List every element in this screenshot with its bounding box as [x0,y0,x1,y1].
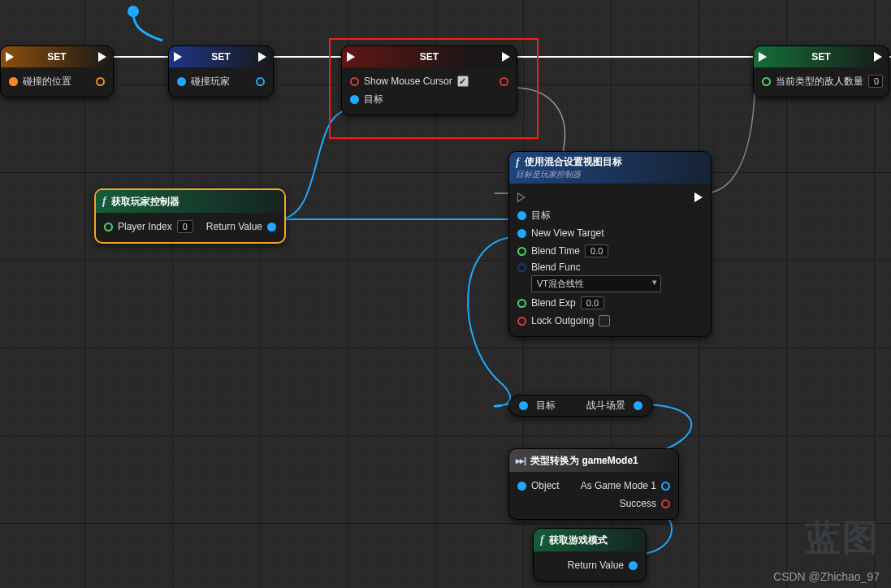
node-title: SET [754,46,889,67]
node-set-view-target-with-blend[interactable]: f 使用混合设置视图目标 目标是玩家控制器 目标 New View Target… [508,151,712,337]
node-get-player-controller[interactable]: f 获取玩家控制器 Player Index 0 Return Value [94,188,286,244]
pin-out-success[interactable] [661,499,670,508]
node-title: f 使用混合设置视图目标 目标是玩家控制器 [509,152,711,184]
node-title: f 获取玩家控制器 [96,190,284,213]
pin-in-player-index[interactable] [104,223,113,231]
node-cast-to-gamemode1[interactable]: ▸▸| 类型转换为 gameMode1 Object As Game Mode … [508,448,679,520]
pin-in-value[interactable] [9,77,18,86]
cast-icon: ▸▸| [516,456,526,466]
node-title: SET [169,46,273,67]
node-set-enemy-count[interactable]: SET 当前类型的敌人数量 0 [753,45,889,97]
pin-out-return[interactable] [267,223,276,231]
target-label: 目标 [364,93,383,106]
node-set-collision-position[interactable]: SET 碰撞的位置 [0,45,114,97]
pin-out-value[interactable] [256,77,265,86]
return-value-label: Return Value [206,221,262,232]
node-target-battle-scene[interactable]: 目标 战斗场景 [508,395,653,417]
pin-out[interactable] [634,401,642,410]
pin-in-target[interactable] [350,95,359,104]
pin-out-as-gamemode[interactable] [661,482,670,491]
node-set-collision-player[interactable]: SET 碰撞玩家 [168,45,274,97]
node-set-show-mouse-cursor[interactable]: SET Show Mouse Cursor ✓ 目标 [341,45,517,115]
blend-exp-value[interactable]: 0.0 [581,296,604,309]
pin-in-target[interactable] [517,211,526,220]
pin-in-blend-exp[interactable] [517,299,526,308]
var-label: 当前类型的敌人数量 [776,75,863,89]
pin-in[interactable] [519,401,528,410]
blend-time-value[interactable]: 0.0 [585,244,608,257]
checkbox-show-cursor[interactable]: ✓ [457,76,469,87]
node-get-game-mode[interactable]: f 获取游戏模式 Return Value [533,528,647,582]
var-label: 碰撞玩家 [191,75,230,89]
var-label: Show Mouse Cursor [364,76,452,87]
player-index-value[interactable]: 0 [177,220,193,233]
credit-text: CSDN @Zhichao_97 [773,570,880,583]
pin-in-object[interactable] [517,482,526,491]
node-title: ▸▸| 类型转换为 gameMode1 [509,449,678,472]
pin-in-int[interactable] [762,77,771,86]
blend-func-select[interactable]: VT混合线性 [531,275,661,292]
node-title: SET [1,46,113,67]
pin-exec-out[interactable] [694,192,703,202]
int-value[interactable]: 0 [868,75,883,88]
player-index-label: Player Index [118,221,172,232]
node-title: SET [342,46,517,67]
node-title: f 获取游戏模式 [534,529,646,551]
pin-in-new-view-target[interactable] [517,229,526,238]
node-subtitle: 目标是玩家控制器 [516,169,581,180]
pin-in-blend-time[interactable] [517,247,526,256]
pin-exec-in[interactable] [517,192,526,202]
var-label: 碰撞的位置 [23,75,71,89]
pin-in-bool[interactable] [350,77,359,86]
pin-out-value[interactable] [500,77,508,86]
function-icon: f [102,195,106,208]
checkbox-lock-outgoing[interactable] [599,315,610,326]
watermark: 蓝图 [805,514,880,562]
pin-out-return[interactable] [629,561,638,570]
pin-in-value[interactable] [177,77,186,86]
pin-in-blend-func[interactable] [517,263,526,272]
pin-in-lock-outgoing[interactable] [517,317,526,326]
function-icon: f [540,534,544,547]
pin-out-value[interactable] [96,77,105,86]
function-icon: f [516,156,520,169]
svg-point-0 [128,6,139,17]
